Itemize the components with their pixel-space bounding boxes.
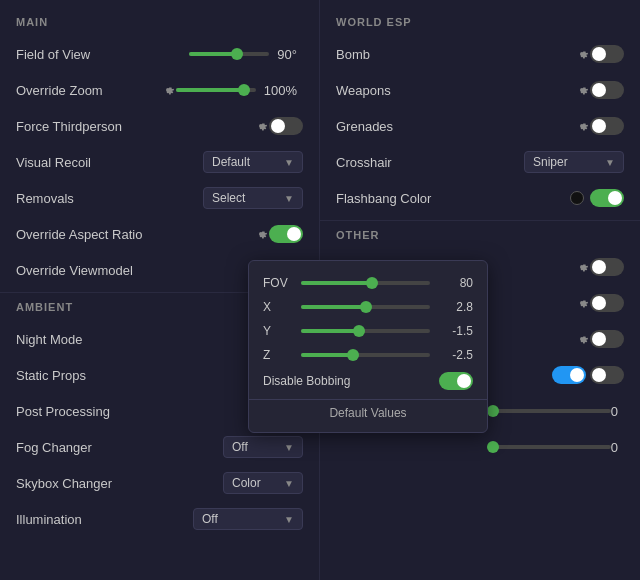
gear-icon-thirdperson[interactable]	[253, 118, 269, 134]
popup-toggle-disable-bobbing[interactable]	[439, 372, 473, 390]
row-skybox-changer: Skybox Changer Color ▼	[0, 465, 319, 501]
label-fov: Field of View	[16, 47, 189, 62]
mini-slider-0-track[interactable]	[491, 409, 611, 413]
row-bomb: Bomb	[320, 36, 640, 72]
label-visual-recoil: Visual Recoil	[16, 155, 203, 170]
gear-icon-weapons[interactable]	[574, 82, 590, 98]
label-crosshair: Crosshair	[336, 155, 524, 170]
row-override-zoom: Override Zoom 100%	[0, 72, 319, 108]
label-override-aspect: Override Aspect Ratio	[16, 227, 253, 242]
section-main: MAIN	[0, 12, 319, 36]
gear-icon-grenades[interactable]	[574, 118, 590, 134]
popup-row-disable-bobbing: Disable Bobbing	[249, 367, 487, 395]
chevron-down-icon-illumination: ▼	[284, 514, 294, 525]
popup-value-z: -2.5	[438, 348, 473, 362]
row-illumination: Illumination Off ▼	[0, 501, 319, 537]
chevron-down-icon-skybox: ▼	[284, 478, 294, 489]
flashbang-color-circle[interactable]	[570, 191, 584, 205]
section-other: OTHER	[320, 225, 640, 249]
chevron-down-icon-fog: ▼	[284, 442, 294, 453]
section-world-esp: WORLD ESP	[320, 12, 640, 36]
chevron-down-icon-removals: ▼	[284, 193, 294, 204]
label-skybox-changer: Skybox Changer	[16, 476, 223, 491]
popup-row-z: Z -2.5	[249, 343, 487, 367]
popup-label-x: X	[263, 300, 293, 314]
toggle-bobbing-2[interactable]	[590, 366, 624, 384]
mini-slider-1-track[interactable]	[491, 445, 611, 449]
popup-value-y: -1.5	[438, 324, 473, 338]
toggle-other-2[interactable]	[590, 294, 624, 312]
label-override-viewmodel: Override Viewmodel	[16, 263, 253, 278]
popup-slider-fov[interactable]	[301, 281, 430, 285]
popup-value-x: 2.8	[438, 300, 473, 314]
toggle-bobbing[interactable]	[552, 366, 586, 384]
label-illumination: Illumination	[16, 512, 193, 527]
label-bomb: Bomb	[336, 47, 574, 62]
row-removals: Removals Select ▼	[0, 180, 319, 216]
toggle-override-aspect[interactable]	[269, 225, 303, 243]
dropdown-crosshair[interactable]: Sniper ▼	[524, 151, 624, 173]
zoom-value: 100%	[264, 83, 297, 98]
row-mini-slider-1: 0	[320, 429, 640, 465]
label-grenades: Grenades	[336, 119, 574, 134]
popup-row-y: Y -1.5	[249, 319, 487, 343]
mini-slider-0-value: 0	[611, 404, 618, 419]
label-removals: Removals	[16, 191, 203, 206]
label-fog-changer: Fog Changer	[16, 440, 223, 455]
label-force-thirdperson: Force Thirdperson	[16, 119, 253, 134]
gear-icon-zoom[interactable]	[160, 82, 176, 98]
gear-icon-bomb[interactable]	[574, 46, 590, 62]
popup-slider-x[interactable]	[301, 305, 430, 309]
mini-slider-1-value: 0	[611, 440, 618, 455]
label-weapons: Weapons	[336, 83, 574, 98]
popup-label-y: Y	[263, 324, 293, 338]
toggle-bomb[interactable]	[590, 45, 624, 63]
gear-icon-hit-marker[interactable]	[574, 259, 590, 275]
toggle-grenades[interactable]	[590, 117, 624, 135]
divider-other	[320, 220, 640, 221]
toggle-other-3[interactable]	[590, 330, 624, 348]
popup-slider-y[interactable]	[301, 329, 430, 333]
gear-icon-other-2[interactable]	[574, 295, 590, 311]
popup-label-fov: FOV	[263, 276, 293, 290]
dropdown-visual-recoil[interactable]: Default ▼	[203, 151, 303, 173]
row-crosshair: Crosshair Sniper ▼	[320, 144, 640, 180]
toggle-weapons[interactable]	[590, 81, 624, 99]
toggle-hit-marker[interactable]	[590, 258, 624, 276]
toggle-force-thirdperson[interactable]	[269, 117, 303, 135]
dropdown-skybox-changer[interactable]: Color ▼	[223, 472, 303, 494]
popup-label-disable-bobbing: Disable Bobbing	[263, 374, 439, 388]
gear-icon-other-3[interactable]	[574, 331, 590, 347]
row-override-aspect: Override Aspect Ratio	[0, 216, 319, 252]
gear-icon-aspect[interactable]	[253, 226, 269, 242]
row-weapons: Weapons	[320, 72, 640, 108]
row-grenades: Grenades	[320, 108, 640, 144]
row-fog-changer: Fog Changer Off ▼	[0, 429, 319, 465]
dropdown-removals[interactable]: Select ▼	[203, 187, 303, 209]
popup-default-values-button[interactable]: Default Values	[249, 399, 487, 426]
popup-label-z: Z	[263, 348, 293, 362]
fov-slider-container: 90°	[189, 47, 303, 62]
chevron-down-icon-crosshair: ▼	[605, 157, 615, 168]
label-override-zoom: Override Zoom	[16, 83, 160, 98]
dropdown-fog-changer[interactable]: Off ▼	[223, 436, 303, 458]
popup-slider-z[interactable]	[301, 353, 430, 357]
zoom-slider-track[interactable]	[176, 88, 256, 92]
popup-value-fov: 80	[438, 276, 473, 290]
main-container: MAIN Field of View 90° Override Zoom	[0, 0, 640, 580]
fov-value: 90°	[277, 47, 297, 62]
fov-slider-track[interactable]	[189, 52, 269, 56]
row-flashbang-color: Flashbang Color	[320, 180, 640, 216]
zoom-slider-container: 100%	[176, 83, 303, 98]
dropdown-illumination[interactable]: Off ▼	[193, 508, 303, 530]
label-flashbang-color: Flashbang Color	[336, 191, 570, 206]
row-force-thirdperson: Force Thirdperson	[0, 108, 319, 144]
row-visual-recoil: Visual Recoil Default ▼	[0, 144, 319, 180]
toggle-flashbang-color[interactable]	[590, 189, 624, 207]
row-fov: Field of View 90°	[0, 36, 319, 72]
chevron-down-icon: ▼	[284, 157, 294, 168]
popup-row-x: X 2.8	[249, 295, 487, 319]
popup-row-fov: FOV 80	[249, 271, 487, 295]
viewmodel-popup: FOV 80 X 2.8 Y -1.5 Z	[248, 260, 488, 433]
